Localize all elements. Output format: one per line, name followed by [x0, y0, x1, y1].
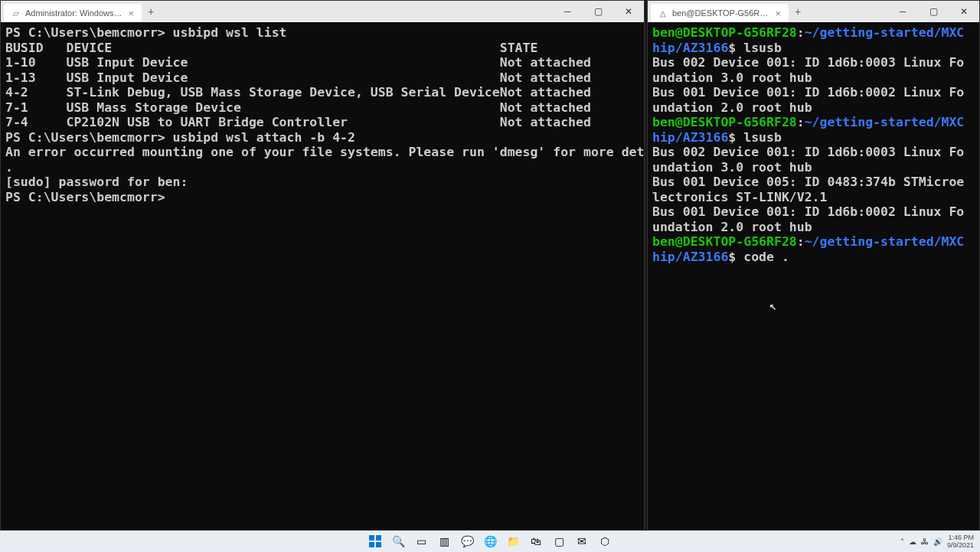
new-tab-button[interactable]: + [142, 5, 160, 18]
titlebar-left[interactable]: ▱ Administrator: Windows PowerS × + ─ ▢ … [1, 1, 644, 22]
minimize-button[interactable]: ─ [887, 1, 918, 22]
close-button[interactable]: ✕ [949, 1, 979, 22]
tab-title: ben@DESKTOP-G56RF28: ~/ge [672, 8, 770, 18]
tab-wsl[interactable]: △ ben@DESKTOP-G56RF28: ~/ge × [651, 4, 789, 22]
volume-icon[interactable]: 🔊 [933, 537, 942, 546]
wsl-window: △ ben@DESKTOP-G56RF28: ~/ge × + ─ ▢ ✕ be… [647, 0, 980, 531]
terminal-left[interactable]: PS C:\Users\bemcmorr> usbipd wsl list BU… [1, 22, 644, 530]
onedrive-icon[interactable]: ☁ [909, 537, 916, 546]
explorer-icon[interactable]: 📁 [505, 534, 521, 549]
svg-rect-1 [376, 535, 381, 541]
taskbar-center: 🔍 ▭ ▥ 💬 🌐 📁 🛍 ▢ ✉ ⬡ [368, 534, 612, 549]
app-icon[interactable]: ⬡ [597, 534, 612, 549]
terminal-right[interactable]: ben@DESKTOP-G56RF28:~/getting-started/MX… [648, 22, 979, 530]
terminal-icon[interactable]: ▢ [551, 534, 567, 549]
close-button[interactable]: ✕ [613, 1, 644, 22]
linux-icon: △ [658, 8, 668, 18]
mail-icon[interactable]: ✉ [574, 534, 590, 549]
store-icon[interactable]: 🛍 [528, 534, 544, 549]
chevron-up-icon[interactable]: ˄ [900, 537, 904, 546]
new-tab-button[interactable]: + [789, 5, 807, 18]
svg-rect-2 [369, 542, 374, 547]
minimize-button[interactable]: ─ [552, 1, 583, 22]
close-tab-icon[interactable]: × [128, 8, 134, 19]
widgets-icon[interactable]: ▥ [436, 534, 452, 549]
desktop: ▱ Administrator: Windows PowerS × + ─ ▢ … [0, 0, 980, 531]
tab-powershell[interactable]: ▱ Administrator: Windows PowerS × [4, 4, 142, 22]
taskview-icon[interactable]: ▭ [413, 534, 429, 549]
tab-title: Administrator: Windows PowerS [25, 8, 123, 18]
clock[interactable]: 1:46 PM 9/9/2021 [947, 534, 974, 549]
window-controls-right: ─ ▢ ✕ [887, 1, 979, 22]
window-controls-left: ─ ▢ ✕ [552, 1, 644, 22]
network-icon[interactable]: 🖧 [921, 537, 929, 546]
svg-rect-0 [369, 535, 374, 541]
powershell-icon: ▱ [11, 8, 21, 18]
edge-icon[interactable]: 🌐 [482, 534, 498, 549]
maximize-button[interactable]: ▢ [918, 1, 949, 22]
powershell-window: ▱ Administrator: Windows PowerS × + ─ ▢ … [0, 0, 645, 531]
start-icon[interactable] [368, 534, 383, 549]
search-icon[interactable]: 🔍 [390, 534, 406, 549]
titlebar-right[interactable]: △ ben@DESKTOP-G56RF28: ~/ge × + ─ ▢ ✕ [648, 1, 979, 22]
taskbar[interactable]: 🔍 ▭ ▥ 💬 🌐 📁 🛍 ▢ ✉ ⬡ ˄ ☁ 🖧 🔊 1:46 PM 9/9/… [0, 531, 980, 552]
chat-icon[interactable]: 💬 [459, 534, 475, 549]
svg-rect-3 [376, 542, 381, 547]
maximize-button[interactable]: ▢ [583, 1, 613, 22]
system-tray[interactable]: ˄ ☁ 🖧 🔊 1:46 PM 9/9/2021 [900, 534, 980, 549]
close-tab-icon[interactable]: × [775, 8, 781, 19]
